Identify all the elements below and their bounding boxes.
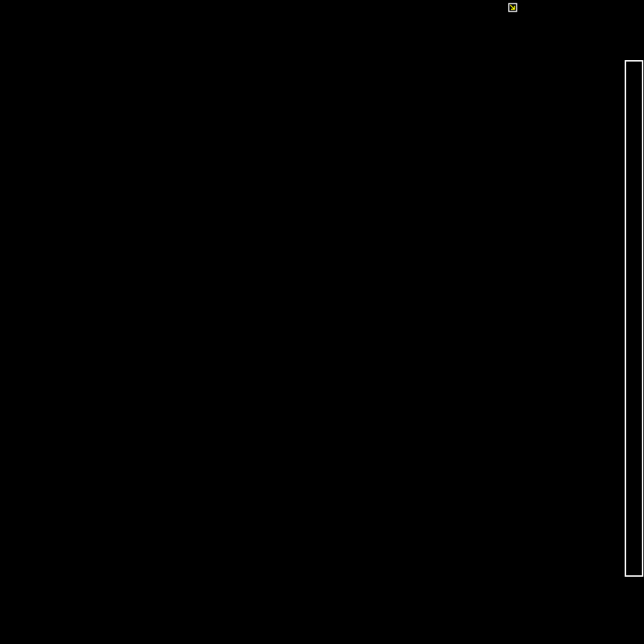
lake-island-southeast	[504, 460, 532, 478]
coast-detail-marsh	[108, 153, 215, 228]
river-thin-east	[596, 8, 644, 22]
lake-blob-topleft	[0, 34, 42, 87]
river-fork-east	[586, 318, 607, 352]
river-topright	[494, 10, 604, 73]
range-ring-50nmi	[195, 191, 456, 452]
small-lake	[125, 235, 147, 257]
lagoon-and-southeast-coast	[354, 478, 608, 618]
river-detail-east	[548, 273, 569, 285]
small-lake	[82, 122, 87, 127]
color-scale-bar	[625, 60, 643, 577]
edge-fragments	[0, 177, 69, 562]
lagoon-interior-channels	[343, 526, 442, 644]
small-lake	[338, 618, 346, 625]
river-thin-topright	[597, 73, 604, 114]
boundary-right-edge	[628, 580, 635, 635]
radar-display	[0, 0, 644, 644]
range-ring-100nmi	[65, 61, 586, 582]
coastlines-thick	[0, 0, 644, 618]
small-lake	[255, 321, 261, 327]
coastline-main-west	[139, 1, 496, 356]
map-boundaries-thin	[0, 0, 644, 644]
coastline-northeast	[494, 252, 605, 328]
bay-north-rim	[273, 202, 318, 205]
river-top-center	[411, 0, 494, 71]
river-branch-east	[575, 332, 600, 383]
cod-window-arrow-icon	[508, 3, 517, 12]
boundary-stairstep-southeast	[458, 534, 605, 561]
range-rings	[65, 61, 586, 582]
bay-outline	[252, 194, 341, 238]
peninsula-bottom-left	[0, 493, 78, 592]
coast-detail-spit	[209, 186, 247, 195]
small-lake	[87, 136, 103, 152]
small-lake	[564, 457, 582, 475]
radar-map	[0, 0, 644, 644]
boundary-stairstep-north	[380, 0, 594, 173]
estuary-line	[392, 50, 412, 53]
